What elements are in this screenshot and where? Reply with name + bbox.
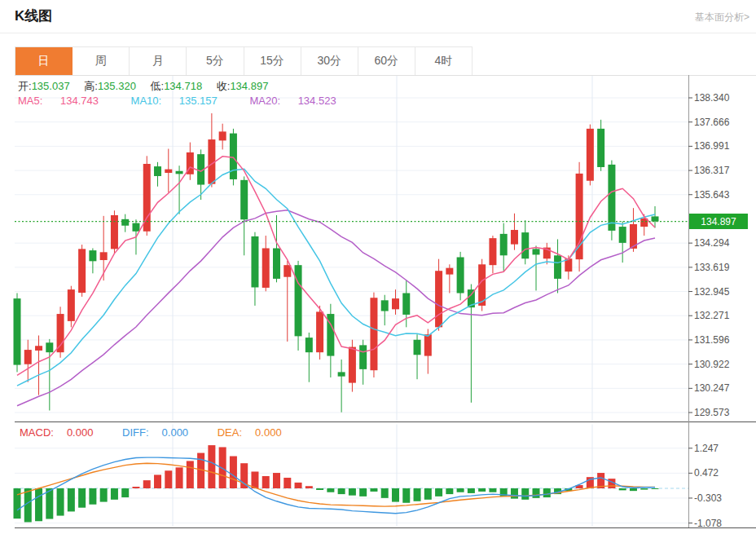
macd-info: MACD:0.000: [20, 426, 106, 439]
y-axis-tick-label: 1.247: [694, 443, 719, 454]
close-value: 134.897: [230, 80, 268, 92]
y-axis-tick-label: 138.340: [694, 92, 729, 104]
low-label: 低:: [151, 80, 165, 92]
high-label: 高:: [84, 80, 98, 92]
ma10-info: MA10: 135.157: [131, 95, 232, 107]
y-axis-tick-label: 131.596: [694, 334, 729, 346]
y-axis-tick-label: 130.922: [694, 359, 729, 370]
open-label: 开:: [18, 80, 32, 92]
y-axis-tick-label: 129.573: [694, 407, 729, 418]
y-axis-tick-label: 136.991: [694, 140, 729, 152]
ma-info-row: MA5: 134.743 MA10: 135.157 MA20: 134.523: [18, 95, 366, 107]
y-axis-tick-label: 134.294: [694, 237, 729, 249]
candles-layer: [14, 113, 659, 413]
kline-page: K线图 基本面分析> 日 周 月 5分 15分 30分 60分 4时 开:135…: [0, 0, 756, 534]
y-axis-tick-label: -0.303: [694, 492, 722, 504]
dea-line: [17, 463, 655, 506]
y-axis-tick-label: 132.945: [694, 286, 729, 298]
high-value: 135.320: [98, 80, 136, 92]
y-axis-tick-label: 136.317: [694, 165, 729, 176]
ohlc-info-row: 开:135.037 高:135.320 低:134.718 收:134.897: [18, 79, 279, 94]
current-price-badge: 134.897: [689, 214, 748, 229]
dea-info: DEA:0.000: [218, 426, 295, 439]
close-label: 收:: [217, 80, 231, 92]
diff-info: DIFF:0.000: [122, 426, 201, 439]
y-axis-tick-label: 0.472: [694, 467, 719, 479]
y-axis-tick-label: -1.078: [694, 518, 722, 529]
y-axis-tick-label: 137.666: [694, 117, 729, 128]
y-axis-tick-label: 133.619: [694, 262, 729, 273]
ma5-info: MA5: 134.743: [18, 95, 113, 107]
y-axis-tick-label: 130.247: [694, 382, 729, 394]
y-axis-tick-label: 135.643: [694, 189, 729, 201]
low-value: 134.718: [164, 80, 202, 92]
macd-info-row: MACD:0.000 DIFF:0.000 DEA:0.000: [20, 426, 308, 439]
open-value: 135.037: [32, 80, 70, 92]
macd-histogram: [14, 445, 659, 522]
y-axis-tick-label: 132.271: [694, 310, 729, 321]
ma20-info: MA20: 134.523: [249, 95, 350, 107]
